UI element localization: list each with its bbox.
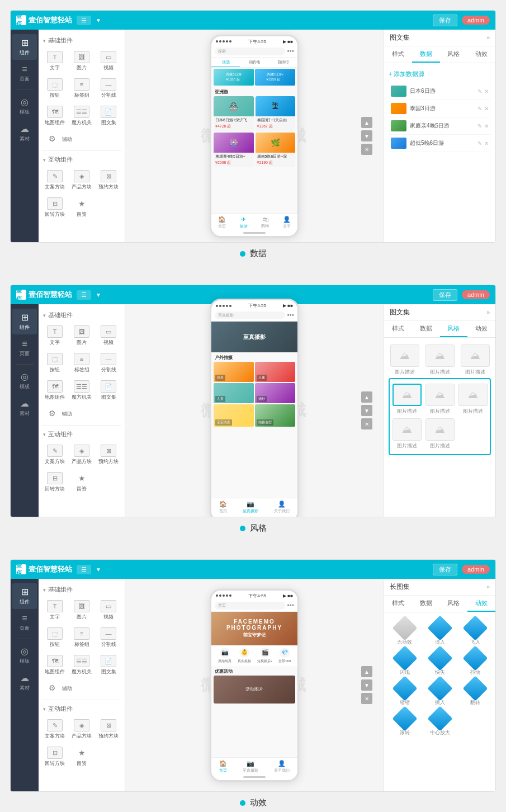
nav-about-3[interactable]: 👤关于我们 (274, 760, 290, 773)
comp-pb-3[interactable]: ◈产品方块 (69, 716, 94, 743)
comp-lead[interactable]: ★ 留资 (69, 195, 94, 221)
tab-anim-3[interactable]: 动效 (467, 596, 495, 612)
comp-button[interactable]: ⬚ 按钮 (42, 75, 68, 102)
comp-map-2[interactable]: 🗺地图组件 (42, 377, 68, 404)
expand-icon[interactable]: » (486, 35, 490, 41)
arrow-x-btn[interactable]: ✕ (361, 144, 372, 155)
menu-free-travel[interactable]: 自由行 (269, 58, 297, 67)
tab-anim[interactable]: 动效 (467, 46, 495, 63)
sidebar-item-pages[interactable]: ≡ 页面 (12, 61, 37, 86)
arrow-up-btn-2[interactable]: ▲ (361, 391, 372, 403)
comp-div-3[interactable]: —分割线 (96, 625, 121, 651)
comp-div-2[interactable]: —分割线 (96, 350, 121, 376)
comp-gallery[interactable]: 📄 图文集 (96, 103, 121, 129)
tab-style-3[interactable]: 样式 (384, 596, 412, 612)
sidebar-assets-3[interactable]: ☁ 素材 (12, 669, 37, 695)
menu-destination[interactable]: 目的地 (240, 58, 268, 67)
comp-gal-2[interactable]: 📄图文集 (96, 377, 121, 404)
anim-roll[interactable]: 滚转 (389, 710, 420, 737)
anim-flip[interactable]: 翻转 (459, 679, 491, 706)
save-button-3[interactable]: 保存 (433, 564, 457, 575)
comp-cube-2[interactable]: ☰☰魔方机关 (69, 377, 94, 404)
comp-tb-2[interactable]: ✎文案方块 (42, 442, 68, 468)
expand-icon-2[interactable]: » (486, 309, 490, 315)
comp-map-3[interactable]: 🗺地图组件 (42, 652, 68, 678)
nav-home-2[interactable]: 🏠首页 (219, 501, 227, 514)
anim-flyin[interactable]: 飞入 (459, 619, 491, 646)
nav-home[interactable]: 🏠首页 (218, 216, 226, 229)
delete-icon-4[interactable]: ✕ (484, 140, 489, 147)
style-item-1[interactable]: ⛰ 图片描述 (389, 344, 420, 376)
comp-image[interactable]: 🖼 图片 (69, 48, 94, 74)
save-button[interactable]: 保存 (433, 15, 457, 26)
edit-icon-4[interactable]: ✎ (477, 140, 482, 147)
sidebar-item-template[interactable]: ◎ 模板 (12, 93, 37, 119)
comp-img-3[interactable]: 🖼图片 (69, 597, 94, 624)
sidebar-template-2[interactable]: ◎ 模板 (12, 368, 37, 394)
comp-carousel-block[interactable]: ⊟ 回转方块 (42, 195, 68, 221)
style-item-4[interactable]: ⛰ 图片描述 (392, 384, 422, 415)
comp-video[interactable]: ▭ 视频 (96, 48, 121, 74)
style-item-3[interactable]: ⛰ 图片描述 (459, 344, 491, 376)
nav-photo-3[interactable]: 📷至真摄影 (243, 760, 258, 773)
sidebar-item-assets[interactable]: ☁ 素材 (12, 120, 37, 146)
sidebar-template-3[interactable]: ◎ 模板 (12, 643, 37, 668)
comp-tb-3[interactable]: ✎文案方块 (42, 716, 68, 743)
arrow-down-btn-2[interactable]: ▼ (361, 405, 372, 416)
menu-youxuan[interactable]: 优选 (211, 58, 240, 67)
nav-shop[interactable]: 🛍购物 (261, 216, 269, 229)
comp-gal-3[interactable]: 📄图文集 (96, 652, 121, 678)
comp-rb-2[interactable]: ⊟回转方块 (42, 469, 68, 495)
tab-wind[interactable]: 风格 (440, 46, 468, 63)
comp-text-2[interactable]: T文字 (42, 323, 68, 349)
anim-scale[interactable]: 缩缩 (389, 679, 420, 706)
sidebar-pages-3[interactable]: ≡ 页面 (12, 610, 37, 635)
comp-map[interactable]: 🗺 地图组件 (42, 103, 68, 129)
comp-vid-3[interactable]: ▭视频 (96, 597, 121, 624)
anim-zoom-center[interactable]: 中心放大 (424, 710, 456, 737)
menu-button-3[interactable]: ☰ (77, 565, 91, 574)
sidebar-pages-2[interactable]: ≡ 页面 (12, 336, 37, 361)
comp-tab-2[interactable]: ≡标签组 (69, 350, 94, 376)
tab-style[interactable]: 样式 (384, 46, 412, 63)
edit-icon-2[interactable]: ✎ (477, 106, 482, 112)
tab-wind-3[interactable]: 风格 (440, 596, 468, 612)
comp-aux-2[interactable]: ⚙辅助 (39, 405, 125, 423)
delete-icon-2[interactable]: ✕ (484, 106, 489, 112)
comp-product-block[interactable]: ◈ 产品方块 (69, 167, 94, 193)
anim-fade-fast[interactable]: 快失 (424, 649, 456, 676)
menu-button-2[interactable]: ☰ (77, 290, 91, 300)
arrow-down-btn[interactable]: ▼ (361, 130, 372, 141)
tab-data-3[interactable]: 数据 (412, 596, 440, 612)
arrow-x-btn-2[interactable]: ✕ (361, 418, 372, 429)
anim-fadein[interactable]: 淡入 (424, 619, 456, 646)
tab-style-2[interactable]: 样式 (384, 321, 412, 337)
comp-tab-3[interactable]: ≡标签组 (69, 625, 94, 651)
arrow-up-btn[interactable]: ▲ (361, 117, 372, 128)
comp-cube[interactable]: ☰☰ 魔方机关 (69, 103, 94, 129)
nav-about-2[interactable]: 👤关于我们 (274, 501, 290, 514)
arrow-up-btn-3[interactable]: ▲ (361, 666, 372, 677)
comp-text[interactable]: T 文字 (42, 48, 68, 74)
comp-divider[interactable]: — 分割线 (96, 75, 121, 102)
anim-shake[interactable]: 抖动 (459, 649, 491, 676)
style-item-8[interactable]: ⛰ 图片描述 (425, 418, 455, 450)
tab-data-2[interactable]: 数据 (412, 321, 440, 337)
menu-button[interactable]: ☰ (77, 16, 91, 25)
edit-icon-1[interactable]: ✎ (477, 88, 482, 95)
tab-anim-2[interactable]: 动效 (467, 321, 495, 337)
comp-aux-3[interactable]: ⚙辅助 (39, 679, 125, 697)
comp-tabs[interactable]: ≡ 标签组 (69, 75, 94, 102)
nav-home-3[interactable]: 🏠首页 (219, 760, 227, 773)
tab-wind-2[interactable]: 风格 (440, 321, 468, 337)
edit-icon-3[interactable]: ✎ (477, 123, 482, 129)
expand-icon-3[interactable]: » (486, 584, 490, 590)
comp-btn-3[interactable]: ⬚按钮 (42, 625, 68, 651)
style-item-5[interactable]: ⛰ 图片描述 (425, 384, 455, 415)
nav-about[interactable]: 👤关于 (283, 216, 291, 229)
style-item-2[interactable]: ⛰ 图片描述 (424, 344, 456, 376)
add-data-btn[interactable]: + 添加数据源 (389, 68, 491, 83)
comp-text-3[interactable]: T文字 (42, 597, 68, 624)
arrow-down-btn-3[interactable]: ▼ (361, 679, 372, 691)
comp-text-block[interactable]: ✎ 文案方块 (42, 167, 68, 193)
